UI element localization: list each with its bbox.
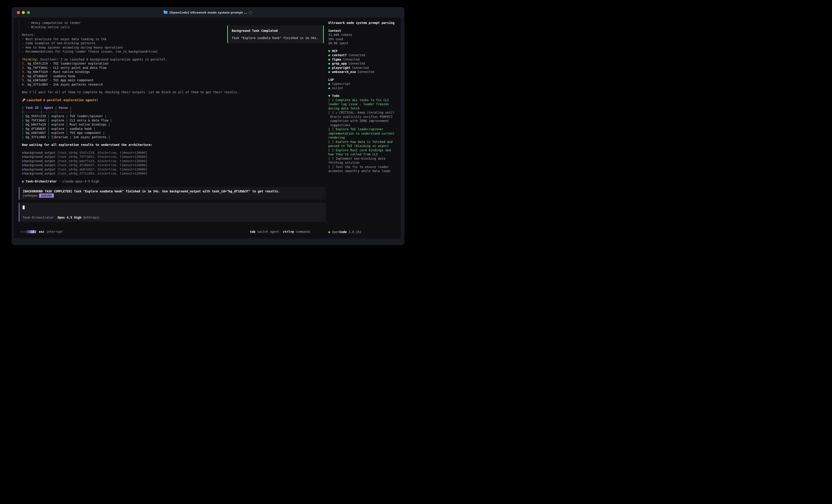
- terminal-line: $0.00 spent: [328, 41, 401, 46]
- text-segment: Oracle explicitly verifies PERFECT: [328, 115, 392, 118]
- terminal-line: Context: [328, 29, 401, 33]
- terminal-line: Launched 6 parallel exploration agents!: [22, 98, 326, 102]
- terminal-line: | bg_b0effa19 | explore | Rust native bi…: [22, 122, 326, 127]
- text-segment: Anthropic: [81, 216, 100, 219]
- text-segment: TUI loader/spinner: [70, 114, 103, 118]
- lsp-items: ● typescript● eslint: [328, 82, 401, 90]
- text-segment: [task_id=bg_df18bb3f, block=true, timeou…: [57, 163, 147, 167]
- text-segment: Ink async patterns: [74, 135, 106, 139]
- text-segment: background_output: [24, 172, 57, 175]
- text-segment: rendering: [328, 136, 345, 139]
- text-segment: Connected: [341, 58, 360, 61]
- terminal-line: suggestions: [328, 123, 401, 128]
- text-segment: - Recommendations for fixing loader free…: [22, 50, 158, 53]
- text-segment: Connected: [356, 70, 374, 74]
- text-segment: |: [46, 127, 51, 131]
- status-dot-icon: ●: [328, 86, 332, 90]
- text-segment: |: [106, 135, 110, 139]
- rocket-icon: [22, 99, 26, 102]
- text-segment: explore: [51, 127, 64, 131]
- text-segment: Launched 6 parallel exploration agents!: [27, 98, 98, 102]
- text-segment: during data fetch: [328, 107, 360, 110]
- text-segment: commands: [294, 230, 310, 233]
- text-segment: how they're called from CLI: [328, 152, 378, 156]
- terminal-line: animates smoothly while data loads: [328, 169, 401, 173]
- terminal-line: 5. bg_eb87ebb7 - TUI App main component: [22, 78, 326, 82]
- terminal-line: - How to keep spinner animating during h…: [22, 46, 326, 50]
- text-segment: TUI App component: [70, 131, 101, 135]
- text-segment: [ ] Explore TUI loader/spinner: [328, 128, 384, 131]
- text-segment: passed to TUI (blocking vs async): [328, 144, 389, 148]
- text-segment: - Best practices for async data loading …: [22, 37, 106, 41]
- conversation-scroll-area[interactable]: - Heavy computation in render - Blocking…: [14, 21, 326, 227]
- terminal-line: |---------|-------|-------|: [22, 110, 326, 114]
- text-segment: 2.: [22, 66, 27, 69]
- text-segment: $0.00 spent: [328, 41, 348, 45]
- close-button[interactable]: [17, 11, 20, 14]
- mcp-section-toggle[interactable]: ▼ MCP: [328, 49, 401, 53]
- text-segment: Context: [328, 29, 341, 32]
- waiting-header: Now waiting for all exploration results …: [14, 143, 326, 147]
- text-segment: |: [101, 131, 105, 135]
- text-segment: bg_b0effa19: [26, 122, 46, 126]
- minimize-button[interactable]: [22, 11, 25, 14]
- prompt-input-box[interactable]: Task-Orchestrator Opus 4.5 High Anthropi…: [19, 203, 326, 222]
- zoom-button[interactable]: [27, 11, 30, 14]
- text-segment: |: [46, 131, 51, 135]
- status-badge: QUEUED: [39, 194, 54, 198]
- terminal-line: loader lag issue - loader freezes: [328, 102, 401, 106]
- terminal-line: during data fetch: [328, 106, 401, 111]
- toast-title: Background Task Completed: [232, 29, 321, 33]
- app-background: [OpenCode] Ultrawork mode system prompt …: [0, 0, 416, 252]
- terminal-line: Now I'll wait for all of them to complet…: [22, 90, 326, 94]
- terminal-line: [ ] Complete ALL tasks to fix CLI: [328, 98, 401, 102]
- gear-icon: ⚙: [22, 168, 24, 171]
- text-segment: Opus 4.5 High: [57, 216, 81, 219]
- text-segment: Focus: [59, 106, 68, 110]
- text-segment: |: [106, 122, 110, 126]
- macos-window: [OpenCode] Ultrawork mode system prompt …: [12, 7, 404, 245]
- mcp-items: ● context7 Connected● figma Connected● g…: [328, 53, 401, 74]
- text-segment: [task_id=bg_5547c219, block=true, timeou…: [57, 151, 147, 155]
- text-segment: Return:: [22, 33, 35, 36]
- text-segment: - How to keep spinner animating during h…: [22, 46, 123, 49]
- text-segment: [task_id=bg_b0effa19, block=true, timeou…: [57, 159, 147, 163]
- todo-section-toggle[interactable]: ▼ Todo: [328, 94, 401, 98]
- text-segment: background_output: [24, 163, 57, 167]
- terminal-line: how they're called from CLI: [328, 152, 401, 157]
- terminal-line: ⚙background_output [task_id=bg_f9ff3041,…: [22, 155, 326, 159]
- text-segment: bg_5547c219: [26, 114, 46, 118]
- text-segment: [279, 230, 283, 233]
- terminal-line: Task-Orchestrator Opus 4.5 High Anthropi…: [23, 216, 322, 220]
- text-segment: bg_eb87ebb7: [26, 131, 46, 135]
- text-segment: |: [53, 106, 58, 110]
- text-segment: [task_id=bg_f9ff3041, block=true, timeou…: [57, 155, 147, 159]
- text-segment: bg_f9ff3041: [26, 118, 46, 122]
- terminal-line: 2. bg_f9ff3041 - CLI entry point and dat…: [22, 66, 326, 70]
- text-segment: [ ] Explore Rust core bindings and: [328, 148, 391, 152]
- terminal-line: [BACKGROUND TASK COMPLETED] Task "Explor…: [23, 189, 322, 194]
- agent-selector-row[interactable]: Task-Orchestrator Opus 4.5 High Anthropi…: [23, 216, 322, 220]
- text-segment: 3.: [22, 70, 27, 74]
- text-segment: tab: [250, 230, 255, 233]
- terminal-line: [ ] Explore TUI loader/spinner: [328, 127, 401, 132]
- terminal-line: - Heavy computation in render: [22, 21, 326, 25]
- text-segment: Task-Orchestrator: [23, 216, 54, 219]
- text-segment: Task ID: [26, 106, 38, 110]
- text-segment: [ ] Test the fix to ensure loader: [328, 165, 389, 169]
- text-segment: bg_b0effa19 - Rust native bindings: [27, 70, 90, 74]
- text-segment: [ ] Implement non-blocking data: [328, 157, 385, 160]
- text-segment: |: [46, 135, 51, 139]
- session-title: Ultrawork mode system prompt parsing: [328, 21, 401, 25]
- text-segment: bg_5547c219 - TUI loader/spinner explora…: [27, 62, 108, 65]
- text-cursor: [23, 205, 25, 209]
- loading-circle-icon: ◯: [249, 11, 252, 14]
- terminal-line: 31,686 tokens: [328, 33, 401, 37]
- text-segment: 31,686 tokens: [328, 33, 352, 36]
- status-dot-icon: ●: [328, 66, 332, 69]
- text-segment: Rust native bindings: [70, 122, 106, 126]
- text-segment: |: [64, 127, 70, 131]
- text-segment: |: [22, 122, 26, 126]
- text-segment: bg_f9ff3041 - CLI entry point and data f…: [27, 66, 106, 69]
- terminal-line: | Task ID | Agent | Focus |: [22, 106, 326, 110]
